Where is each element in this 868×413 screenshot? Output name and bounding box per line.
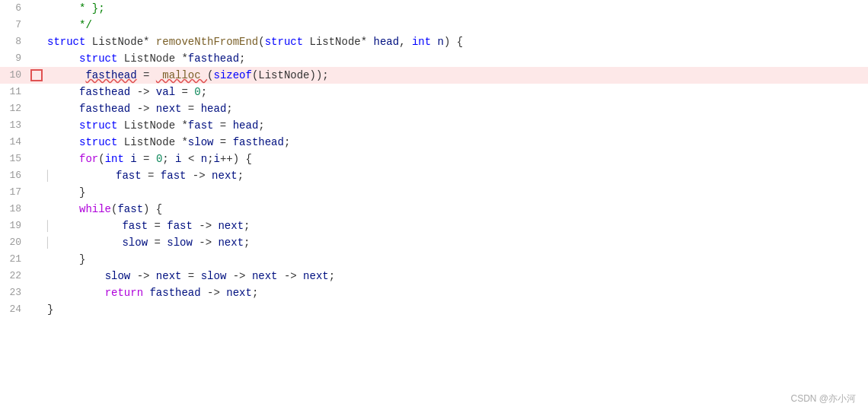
code-line: 20│ slow = slow -> next;: [0, 234, 868, 251]
line-number: 13: [0, 117, 30, 134]
code-line: 9 struct ListNode *fasthead;: [0, 50, 868, 67]
code-content: }: [44, 184, 868, 201]
token: slow: [201, 270, 227, 282]
token: ->: [226, 270, 252, 282]
code-content: struct ListNode *fasthead;: [44, 50, 868, 67]
token: next: [218, 237, 244, 249]
no-marker: [30, 134, 44, 151]
code-line: 21 }: [0, 251, 868, 268]
token: [47, 287, 105, 299]
token: fast: [161, 170, 187, 182]
code-content: * };: [44, 0, 868, 17]
token: ListNode *: [117, 52, 187, 65]
token: struct: [79, 119, 117, 132]
token: =: [181, 270, 200, 282]
token: (: [258, 36, 264, 48]
token: ListNode*: [303, 36, 373, 48]
code-content: slow -> next = slow -> next -> next;: [44, 268, 868, 284]
line-number: 7: [0, 17, 30, 33]
code-line: 6 * };: [0, 0, 868, 17]
token: =: [148, 220, 167, 232]
no-marker: [30, 268, 44, 284]
line-number: 9: [0, 50, 30, 67]
token: */: [47, 19, 92, 31]
token: =: [213, 119, 232, 132]
token: fasthead: [188, 52, 239, 65]
token: int: [105, 153, 124, 165]
code-line: 14 struct ListNode *slow = fasthead;: [0, 134, 868, 151]
error-marker: [30, 69, 43, 81]
token: slow: [167, 237, 193, 249]
token: fasthead: [79, 103, 130, 115]
line-number: 24: [0, 301, 30, 318]
token: i: [175, 153, 181, 165]
no-marker: [30, 100, 44, 117]
code-line: 8struct ListNode* removeNthFromEnd(struc…: [0, 33, 868, 50]
line-number: 19: [0, 218, 30, 234]
token: =: [148, 237, 167, 249]
token: =: [213, 136, 232, 148]
token: ) {: [444, 36, 463, 48]
token: head: [374, 36, 400, 48]
token: ;: [162, 153, 175, 165]
token: [47, 103, 79, 115]
no-marker: [30, 301, 44, 318]
token: sizeof: [213, 69, 251, 81]
token: int: [412, 36, 431, 48]
token: ListNode *: [117, 119, 187, 132]
token: ;: [284, 136, 290, 148]
token: removeNthFromEnd: [156, 36, 258, 48]
code-container: 6 * };7 */8struct ListNode* removeNthFro…: [0, 0, 868, 413]
token: next: [252, 270, 278, 282]
token: fast: [116, 170, 142, 182]
token: next: [212, 170, 238, 182]
token: ->: [130, 103, 156, 115]
code-line: 22 slow -> next = slow -> next -> next;: [0, 268, 868, 284]
code-line: 11 fasthead -> val = 0;: [0, 84, 868, 100]
no-marker: [30, 201, 44, 218]
token: [47, 69, 85, 81]
token: ) {: [143, 203, 162, 215]
token: ;: [258, 119, 264, 132]
no-marker: [30, 151, 44, 167]
token: [58, 237, 122, 249]
code-line: 17 }: [0, 184, 868, 201]
token: ->: [130, 270, 156, 282]
token: ->: [186, 170, 212, 182]
line-number: 22: [0, 268, 30, 284]
token: =: [175, 86, 194, 98]
token: struct: [265, 36, 303, 48]
line-number: 21: [0, 251, 30, 268]
token: head: [201, 103, 227, 115]
token: 0: [194, 86, 200, 98]
token: =: [137, 153, 156, 165]
line-number: 20: [0, 234, 30, 251]
no-marker: [30, 284, 44, 301]
token: ;: [238, 170, 244, 182]
token: [58, 170, 116, 182]
token: (: [98, 153, 104, 165]
token: }: [47, 253, 85, 265]
code-content: */: [44, 17, 868, 33]
code-line: 15 for(int i = 0; i < n;i++) {: [0, 151, 868, 167]
code-content: slow = slow -> next;: [55, 234, 868, 251]
token: head: [233, 119, 259, 132]
code-line: 10 fasthead = malloc (sizeof(ListNode));: [0, 67, 868, 84]
no-marker: [30, 17, 44, 33]
token: [47, 270, 105, 282]
code-content: struct ListNode *slow = fasthead;: [44, 134, 868, 151]
token: fast: [167, 220, 193, 232]
token: fasthead: [149, 287, 200, 299]
token: ->: [193, 220, 219, 232]
token: return: [105, 287, 143, 299]
token: i: [214, 153, 220, 165]
token: ->: [278, 270, 304, 282]
line-number: 10: [0, 67, 30, 84]
token: val: [156, 86, 175, 98]
code-line: 19│ fast = fast -> next;: [0, 218, 868, 234]
code-content: return fasthead -> next;: [44, 284, 868, 301]
code-content: fasthead = malloc (sizeof(ListNode));: [44, 67, 868, 84]
no-marker: [30, 117, 44, 134]
line-number: 16: [0, 167, 30, 184]
token: =: [137, 69, 156, 81]
